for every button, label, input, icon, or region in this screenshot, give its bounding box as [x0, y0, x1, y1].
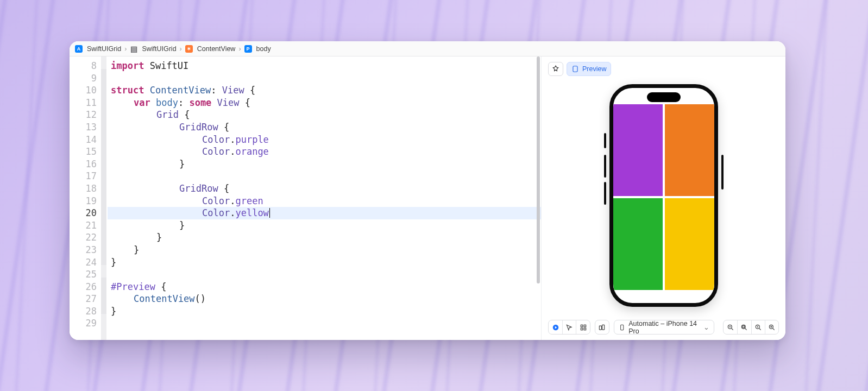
- xcode-window: A SwiftUIGrid › ▤ SwiftUIGrid › ✶ Conten…: [70, 41, 785, 340]
- fold-ribbon[interactable]: [101, 56, 106, 340]
- crumb-file[interactable]: ContentView: [197, 45, 236, 53]
- preview-stage: [542, 76, 785, 314]
- code-line: [108, 317, 541, 330]
- pin-preview-button[interactable]: [548, 62, 563, 76]
- swift-file-icon: ✶: [185, 45, 193, 53]
- code-line: #Preview {: [108, 281, 541, 293]
- code-line: Grid {: [108, 109, 541, 121]
- preview-top-bar: Preview: [542, 56, 785, 76]
- text-caret: [269, 208, 271, 218]
- code-line: Color.yellow: [108, 207, 541, 219]
- grid-icon: [580, 324, 587, 331]
- code-line: struct ContentView: View {: [108, 84, 541, 97]
- zoom-fit-icon: [740, 324, 748, 331]
- select-icon: [565, 324, 573, 331]
- property-icon: P: [244, 45, 252, 53]
- svg-rect-4: [620, 325, 623, 330]
- code-line: Color.orange: [108, 146, 541, 158]
- chevron-right-icon: ›: [238, 45, 241, 53]
- grid-cell-purple: [613, 104, 663, 196]
- device-settings-button[interactable]: [595, 320, 609, 334]
- grid-cell-orange: [665, 104, 714, 196]
- play-icon: [552, 324, 559, 331]
- code-line: var body: some View {: [108, 97, 541, 109]
- code-line: }: [108, 244, 541, 256]
- app-icon: A: [75, 45, 83, 53]
- phone-side-button: [604, 133, 606, 148]
- variants-icon: [598, 324, 606, 331]
- phone-icon: [619, 324, 625, 331]
- variants-button-group: [595, 320, 609, 335]
- code-line: }: [108, 256, 541, 269]
- code-editor[interactable]: 8910111213141516171819202122232425262728…: [70, 56, 541, 340]
- code-line: }: [108, 305, 541, 318]
- zoom-actual-icon: [754, 324, 762, 331]
- pin-icon: [552, 65, 559, 73]
- code-line: ContentView(): [108, 293, 541, 305]
- code-area[interactable]: import SwiftUI struct ContentView: View …: [108, 56, 541, 340]
- device-selector-label: Automatic – iPhone 14 Pro: [628, 320, 700, 335]
- svg-rect-7: [743, 326, 745, 328]
- rendered-grid: [613, 104, 714, 290]
- zoom-100-button[interactable]: [751, 320, 765, 334]
- grid-cell-yellow: [665, 198, 714, 290]
- phone-side-button: [604, 182, 606, 205]
- line-number-gutter: 8910111213141516171819202122232425262728…: [70, 56, 101, 340]
- live-preview-button[interactable]: [549, 320, 562, 334]
- code-line: GridRow {: [108, 182, 541, 195]
- preview-pane: Preview: [541, 56, 785, 340]
- code-line: }: [108, 219, 541, 232]
- vertical-scrollbar[interactable]: [536, 56, 541, 340]
- code-line: }: [108, 158, 541, 171]
- chevron-right-icon: ›: [180, 45, 182, 53]
- phone-side-button: [721, 155, 724, 190]
- code-line: Color.green: [108, 195, 541, 207]
- code-line: import SwiftUI: [108, 60, 541, 72]
- svg-rect-2: [600, 326, 602, 330]
- code-line: [108, 72, 541, 85]
- preview-mode-group: [548, 320, 590, 335]
- folder-icon: ▤: [130, 45, 137, 53]
- zoom-in-icon: [768, 324, 776, 331]
- dynamic-island: [647, 92, 681, 102]
- zoom-out-icon: [727, 324, 734, 331]
- zoom-fit-button[interactable]: [737, 320, 751, 334]
- code-line: [108, 170, 541, 182]
- chevron-down-icon: ⌄: [703, 323, 709, 331]
- crumb-project[interactable]: SwiftUIGrid: [87, 45, 121, 53]
- svg-rect-0: [573, 66, 577, 72]
- variants-grid-button[interactable]: [576, 320, 589, 334]
- zoom-in-button[interactable]: [765, 320, 778, 334]
- device-selector[interactable]: Automatic – iPhone 14 Pro ⌄: [614, 320, 714, 335]
- selectable-preview-button[interactable]: [562, 320, 576, 334]
- zoom-out-button[interactable]: [724, 320, 737, 334]
- code-line: GridRow {: [108, 121, 541, 134]
- breadcrumb: A SwiftUIGrid › ▤ SwiftUIGrid › ✶ Conten…: [70, 41, 785, 56]
- crumb-folder[interactable]: SwiftUIGrid: [142, 45, 176, 53]
- editor-row: 8910111213141516171819202122232425262728…: [70, 56, 785, 340]
- preview-tab-label: Preview: [582, 65, 606, 73]
- code-line: [108, 268, 541, 281]
- preview-tab[interactable]: Preview: [567, 62, 611, 76]
- grid-cell-green: [613, 198, 663, 290]
- preview-icon: [571, 65, 579, 73]
- scroll-thumb[interactable]: [537, 56, 540, 283]
- code-line: Color.purple: [108, 134, 541, 146]
- code-line: }: [108, 231, 541, 244]
- crumb-symbol[interactable]: body: [256, 45, 271, 53]
- zoom-group: [723, 320, 779, 335]
- simulator-device[interactable]: [609, 84, 718, 307]
- preview-bottom-bar: Automatic – iPhone 14 Pro ⌄: [542, 314, 785, 340]
- svg-point-6: [742, 325, 746, 329]
- chevron-right-icon: ›: [124, 45, 127, 53]
- phone-side-button: [604, 155, 606, 178]
- svg-rect-3: [602, 325, 605, 330]
